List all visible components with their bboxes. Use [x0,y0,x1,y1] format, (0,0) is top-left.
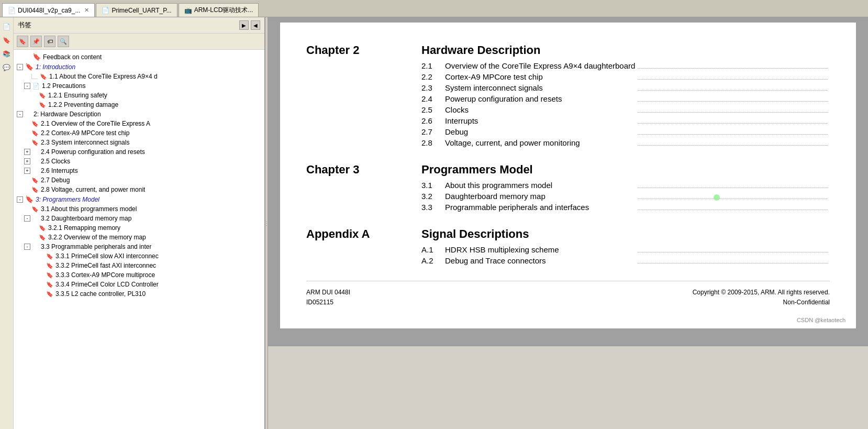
ch3-label: 3: Programmers Model [36,196,99,203]
side-icon-layers[interactable]: 📚 [2,49,12,59]
ch3-2-2-label: 3.2.2 Overview of the memory map [48,234,146,241]
ch3-2-expand[interactable]: - [24,215,30,222]
tab-2[interactable]: 📄 PrimeCell_UART_P... [96,3,177,17]
appendixA-title: Signal Descriptions [421,227,830,241]
sidebar-controls: ▶ ◀ [239,20,260,30]
ch2-item[interactable]: - 2: Hardware Description [14,109,264,119]
tab-3[interactable]: 📺 ARM-LCD驱动技术... [179,3,259,17]
toc-entry-3-3: 3.3 Programmable peripherals and interfa… [421,203,830,212]
toc-entry-2-4: 2.4 Powerup configuration and resets [421,94,830,103]
collapse-button[interactable]: ◀ [251,20,260,30]
toc-entry-a-1: A.1 HDRX HSB multiplexing scheme [421,245,830,254]
ch2-1-icon: 🔖 [31,120,39,127]
ch3-3-label: 3.3 Programmable peripherals and inter [41,243,151,250]
ch1-item[interactable]: - 🔖 1: Introduction [14,62,264,72]
appendixA-section: Appendix A Signal Descriptions A.1 HDRX … [306,227,830,265]
appendixA-label: Appendix A [306,227,421,241]
toc-text-3-1: About this programmers model [445,181,636,190]
ch3-3-1-item[interactable]: 🔖 3.3.1 PrimeCell slow AXI interconnec [14,251,264,261]
feedback-label: Feedback on content [43,53,102,61]
toc-dots-2-3 [638,90,828,91]
ch2-5-label: 2.5 Clocks [41,158,70,165]
ch2-1-label: 2.1 Overview of the CoreTile Express A [41,120,150,127]
ch2-4-item[interactable]: + 2.4 Powerup configuration and resets [14,147,264,157]
ch3-3-3-item[interactable]: 🔖 3.3.3 Cortex-A9 MPCore multiproce [14,270,264,280]
footer-right: Copyright © 2009-2015, ARM. All rights r… [693,288,830,307]
browser-chrome: 📄 DUI0448I_v2p_ca9_... ✕ 📄 PrimeCell_UAR… [0,0,868,17]
ch2-4-label: 2.4 Powerup configuration and resets [41,148,145,156]
chapter2-title: Hardware Description [421,43,830,57]
sidebar-header: 书签 ▶ ◀ [14,17,264,34]
toc-dots-2-5 [638,112,828,113]
toc-text-2-8: Voltage, current, and power monitoring [445,138,636,147]
ch2-6-expand[interactable]: + [24,168,30,174]
ch1-2-expand[interactable]: - [24,83,30,89]
ch2-7-icon: 🔖 [31,177,39,184]
ch3-2-item[interactable]: - 3.2 Daughterboard memory map [14,214,264,223]
ch2-5-item[interactable]: + 2.5 Clocks [14,157,264,166]
doc-area[interactable]: Chapter 2 Hardware Description 2.1 Overv… [268,17,868,346]
expand-button[interactable]: ▶ [239,20,249,30]
ch3-3-4-item[interactable]: 🔖 3.3.4 PrimeCell Color LCD Controller [14,280,264,289]
chapter2-entries: 2.1 Overview of the CoreTile Express A9×… [421,61,830,147]
bookmark-back-icon[interactable]: 🏷 [44,36,55,47]
ch3-3-5-icon: 🔖 [46,291,53,298]
ch3-3-expand[interactable]: - [24,244,30,250]
ch3-3-item[interactable]: - 3.3 Programmable peripherals and inter [14,242,264,251]
toc-num-2-4: 2.4 [421,94,445,103]
bookmark-go-icon[interactable]: 📌 [30,36,42,47]
ch3-folder-icon: 🔖 [25,195,34,203]
ch1-2-item[interactable]: - 📄 1.2 Precautions [14,81,264,91]
side-icon-comment[interactable]: 💬 [2,62,12,73]
toc-text-2-2: Cortex-A9 MPCore test chip [445,72,636,81]
ch2-1-item[interactable]: 🔖 2.1 Overview of the CoreTile Express A [14,119,264,128]
ch3-item[interactable]: - 🔖 3: Programmers Model [14,194,264,204]
ch3-3-4-label: 3.3.4 PrimeCell Color LCD Controller [55,281,159,288]
ch1-expand[interactable]: - [17,64,23,70]
toc-text-2-5: Clocks [445,105,636,114]
tree-panel[interactable]: 🔖 Feedback on content - 🔖 1: Introductio… [14,50,264,429]
doc-footer: ARM DUI 0448I ID052115 Copyright © 2009-… [306,281,830,307]
tab-1-close[interactable]: ✕ [84,7,89,14]
toc-entry-3-2: 3.2 Daughterboard memory map [421,192,830,201]
ch2-5-expand[interactable]: + [24,158,30,164]
toc-num-3-3: 3.3 [421,203,445,212]
toc-num-2-1: 2.1 [421,61,445,70]
chapter3-entries: 3.1 About this programmers model 3.2 Dau… [421,181,830,212]
ch1-2-2-label: 1.2.2 Preventing damage [48,101,118,108]
bookmark-search-icon[interactable]: 🔍 [58,36,69,47]
ch2-3-item[interactable]: 🔖 2.3 System interconnect signals [14,138,264,147]
chapter3-title: Programmers Model [421,163,830,177]
ch3-expand[interactable]: - [17,196,23,203]
ch3-2-2-item[interactable]: 🔖 3.2.2 Overview of the memory map [14,233,264,242]
watermark: CSDN @ketaotech [797,317,845,323]
toc-num-2-2: 2.2 [421,72,445,81]
side-icon-bookmark[interactable]: 🔖 [2,35,12,46]
right-panel: Chapter 2 Hardware Description 2.1 Overv… [268,17,868,429]
ch2-6-item[interactable]: + 2.6 Interrupts [14,166,264,175]
ch1-2-2-item[interactable]: 🔖 1.2.2 Preventing damage [14,100,264,109]
tab-1[interactable]: 📄 DUI0448I_v2p_ca9_... ✕ [2,3,95,17]
toc-entry-2-5: 2.5 Clocks [421,105,830,114]
ch3-3-5-item[interactable]: 🔖 3.3.5 L2 cache controller, PL310 [14,289,264,299]
ch3-3-2-item[interactable]: 🔖 3.3.2 PrimeCell fast AXI interconnec [14,261,264,270]
ch3-1-item[interactable]: 🔖 3.1 About this programmers model [14,204,264,214]
toc-num-2-8: 2.8 [421,138,445,147]
bookmark-add-icon[interactable]: 🔖 [17,36,28,47]
feedback-item[interactable]: 🔖 Feedback on content [14,52,264,62]
side-icon-page[interactable]: 📄 [2,21,12,32]
ch2-expand[interactable]: - [17,111,23,117]
footer-left: ARM DUI 0448I ID052115 [306,288,350,307]
ch1-2-1-item[interactable]: 🔖 1.2.1 Ensuring safety [14,91,264,100]
ch2-7-item[interactable]: 🔖 2.7 Debug [14,175,264,185]
toc-text-2-7: Debug [445,127,636,136]
ch2-8-item[interactable]: 🔖 2.8 Voltage, current, and power monit [14,185,264,194]
ch3-1-icon: 🔖 [31,206,39,213]
toc-text-a-2: Debug and Trace connectors [445,256,636,265]
toc-text-2-3: System interconnect signals [445,83,636,92]
ch2-2-item[interactable]: 🔖 2.2 Cortex-A9 MPCore test chip [14,128,264,138]
ch2-4-expand[interactable]: + [24,149,30,155]
ch1-1-item[interactable]: 🔖 1.1 About the CoreTile Express A9×4 d [14,72,264,81]
ch3-2-1-item[interactable]: 🔖 3.2.1 Remapping memory [14,223,264,233]
toc-entry-2-8: 2.8 Voltage, current, and power monitori… [421,138,830,147]
